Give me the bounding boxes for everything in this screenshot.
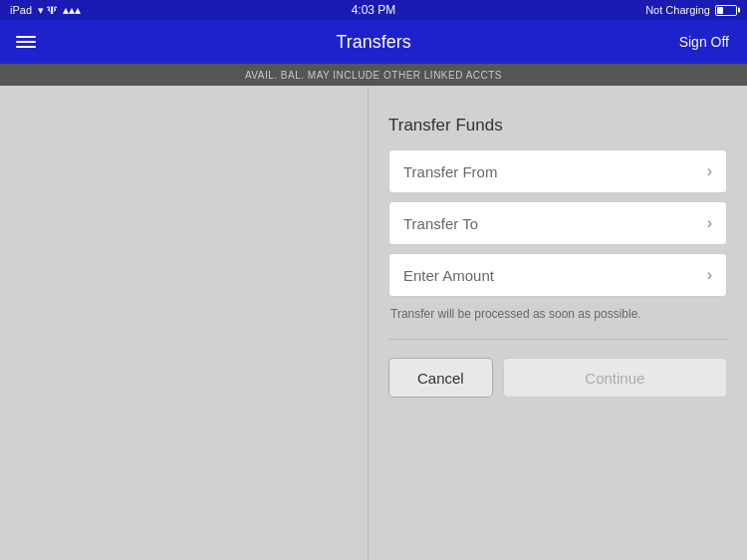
continue-button: Continue <box>503 358 727 398</box>
transfer-from-label: Transfer From <box>403 163 497 180</box>
device-label: iPad <box>10 4 32 16</box>
menu-button[interactable] <box>12 32 40 52</box>
status-bar: iPad ▾ 𝚿 ▴▴▴ 4:03 PM Not Charging <box>0 0 747 20</box>
wifi-icon: ▾ 𝚿 <box>38 4 57 17</box>
enter-amount-chevron: › <box>707 266 712 284</box>
battery-status-label: Not Charging <box>645 4 710 16</box>
status-left: iPad ▾ 𝚿 ▴▴▴ <box>10 3 81 17</box>
left-panel <box>0 86 369 560</box>
transfer-to-label: Transfer To <box>403 215 478 232</box>
battery-icon <box>715 5 737 16</box>
nav-title: Transfers <box>336 32 410 53</box>
enter-amount-label: Enter Amount <box>403 267 494 284</box>
section-title: Transfer Funds <box>388 116 727 136</box>
cancel-button[interactable]: Cancel <box>388 358 493 398</box>
wifi-signal: ▴▴▴ <box>63 3 81 17</box>
process-note: Transfer will be processed as soon as po… <box>388 307 727 321</box>
transfer-to-chevron: › <box>707 214 712 232</box>
divider <box>388 339 727 340</box>
right-panel: Transfer Funds Transfer From › Transfer … <box>369 86 747 560</box>
sub-banner-text: AVAIL. BAL. MAY INCLUDE OTHER LINKED ACC… <box>245 70 502 81</box>
status-right: Not Charging <box>645 4 737 16</box>
transfer-to-row[interactable]: Transfer To › <box>388 201 727 245</box>
transfer-from-row[interactable]: Transfer From › <box>388 149 727 193</box>
enter-amount-row[interactable]: Enter Amount › <box>388 253 727 297</box>
sub-banner: AVAIL. BAL. MAY INCLUDE OTHER LINKED ACC… <box>0 64 747 86</box>
nav-bar: Transfers Sign Off <box>0 20 747 64</box>
main-content: Transfer Funds Transfer From › Transfer … <box>0 86 747 560</box>
status-time: 4:03 PM <box>352 3 396 17</box>
sign-off-button[interactable]: Sign Off <box>673 30 735 54</box>
transfer-from-chevron: › <box>707 162 712 180</box>
button-row: Cancel Continue <box>388 358 727 398</box>
